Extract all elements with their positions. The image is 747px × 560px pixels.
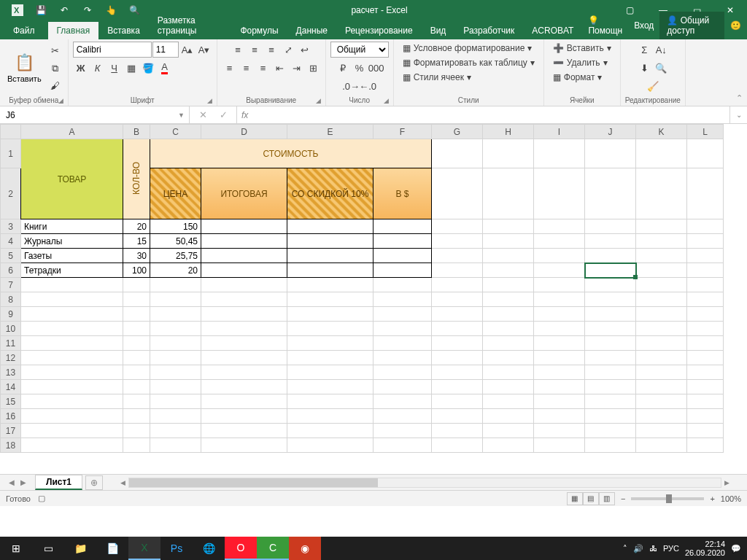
cell-I10[interactable] [534,322,585,336]
col-header-E[interactable]: E [287,125,374,139]
row-header-8[interactable]: 8 [1,292,21,307]
add-sheet-icon[interactable]: ⊕ [85,475,103,490]
file-explorer-icon[interactable]: 📁 [64,537,96,560]
cell-E16[interactable] [287,409,374,424]
spreadsheet-grid[interactable]: ABCDEFGHIJKL1ТОВАРКОЛ-ВОСТОИМОСТЬ2ЦЕНАИТ… [0,124,747,474]
col-header-I[interactable]: I [534,125,585,139]
cell-G2[interactable] [432,168,483,219]
cell-G3[interactable] [432,219,483,234]
cell-L16[interactable] [687,409,724,424]
cell-I1[interactable] [534,139,585,168]
cell-B1[interactable]: КОЛ-ВО [123,139,150,219]
login-button[interactable]: Вход [628,18,659,34]
cell-J7[interactable] [585,278,636,292]
cell-D15[interactable] [201,394,287,409]
increase-font-icon[interactable]: A▴ [179,42,196,58]
cell-I17[interactable] [534,424,585,438]
dialog-launcher-icon[interactable]: ◢ [316,97,321,104]
format-cells-button[interactable]: ▦ Формат ▾ [549,71,607,84]
currency-icon[interactable]: ₽ [335,60,351,76]
col-header-D[interactable]: D [201,125,287,139]
cell-C3[interactable]: 150 [150,219,201,234]
share-button[interactable]: 👤 Общий доступ [659,12,724,39]
cell-A1[interactable]: ТОВАР [21,139,123,219]
align-left-icon[interactable]: ≡ [222,60,238,76]
cell-F17[interactable] [374,424,432,438]
cell-F13[interactable] [374,365,432,380]
row-header-6[interactable]: 6 [1,263,21,278]
cell-C5[interactable]: 25,75 [150,249,201,263]
cell-H7[interactable] [483,278,534,292]
task-view-icon[interactable]: ▭ [32,537,64,560]
cell-D18[interactable] [201,438,287,453]
cell-L8[interactable] [687,292,724,307]
cell-G16[interactable] [432,409,483,424]
cell-F14[interactable] [374,380,432,394]
fx-icon[interactable]: fx [241,110,248,120]
cell-L3[interactable] [687,219,724,234]
cell-F8[interactable] [374,292,432,307]
cell-L2[interactable] [687,168,724,219]
cell-I12[interactable] [534,351,585,365]
cell-L9[interactable] [687,307,724,322]
expand-formula-bar-icon[interactable]: ⌄ [729,106,747,123]
row-header-12[interactable]: 12 [1,351,21,365]
cell-L10[interactable] [687,322,724,336]
cell-E2[interactable]: СО СКИДКОЙ 10% [287,168,374,219]
cell-C14[interactable] [150,380,201,394]
cell-G11[interactable] [432,336,483,351]
tab-acrobat[interactable]: ACROBAT [523,22,582,39]
cell-J17[interactable] [585,424,636,438]
name-box-input[interactable] [6,110,183,120]
cell-E4[interactable] [287,234,374,249]
cell-J18[interactable] [585,438,636,453]
align-middle-icon[interactable]: ≡ [247,42,263,58]
notifications-icon[interactable]: 💬 [731,544,741,553]
orientation-icon[interactable]: ⤢ [280,42,296,58]
cell-D12[interactable] [201,351,287,365]
border-icon[interactable]: ▦ [123,60,139,76]
merge-icon[interactable]: ⊞ [306,60,321,76]
cell-F6[interactable] [374,263,432,278]
cell-B11[interactable] [123,336,150,351]
cell-F15[interactable] [374,394,432,409]
enter-formula-icon[interactable]: ✓ [214,109,232,120]
cell-I4[interactable] [534,234,585,249]
cut-icon[interactable]: ✂ [47,43,63,59]
cell-J14[interactable] [585,380,636,394]
cell-J9[interactable] [585,307,636,322]
cell-C17[interactable] [150,424,201,438]
cell-B16[interactable] [123,409,150,424]
tell-me[interactable]: 💡 Помощн [582,12,628,39]
col-header-K[interactable]: K [636,125,687,139]
cell-B10[interactable] [123,322,150,336]
cell-B3[interactable]: 20 [123,219,150,234]
cell-D5[interactable] [201,249,287,263]
cell-K11[interactable] [636,336,687,351]
camtasia-icon[interactable]: C [257,537,289,560]
opera-icon[interactable]: O [225,537,257,560]
cell-D17[interactable] [201,424,287,438]
cell-C2[interactable]: ЦЕНА [150,168,201,219]
cell-C10[interactable] [150,322,201,336]
increase-indent-icon[interactable]: ⇥ [289,60,305,76]
cell-D4[interactable] [201,234,287,249]
horizontal-scrollbar[interactable]: ◀ ▶ [117,477,732,489]
cell-H15[interactable] [483,394,534,409]
cell-H14[interactable] [483,380,534,394]
cell-B15[interactable] [123,394,150,409]
cell-I7[interactable] [534,278,585,292]
cell-K16[interactable] [636,409,687,424]
notepad-icon[interactable]: 📄 [96,537,128,560]
cell-G13[interactable] [432,365,483,380]
cell-L18[interactable] [687,438,724,453]
cell-E5[interactable] [287,249,374,263]
chrome-icon[interactable]: 🌐 [193,537,225,560]
cell-B5[interactable]: 30 [123,249,150,263]
col-header-G[interactable]: G [432,125,483,139]
cell-I14[interactable] [534,380,585,394]
sheet-nav-prev-icon[interactable]: ◀ [6,478,18,486]
cell-G8[interactable] [432,292,483,307]
insert-cells-button[interactable]: ➕ Вставить ▾ [549,42,616,55]
cell-E7[interactable] [287,278,374,292]
